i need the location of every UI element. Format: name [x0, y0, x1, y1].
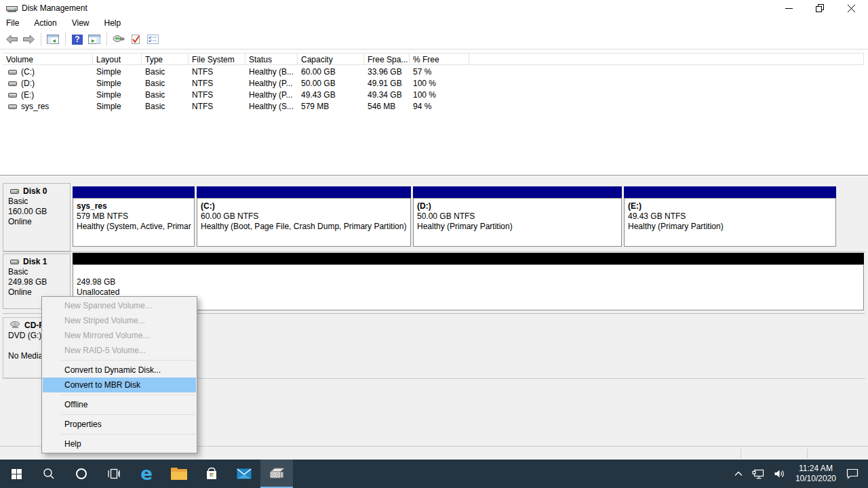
checklist-icon[interactable]	[144, 31, 161, 47]
partition-name: (C:)	[201, 201, 407, 211]
system-tray: 11:24 AM 10/10/2020	[730, 460, 868, 488]
toolbar-separator	[106, 33, 107, 46]
column-header-capacity[interactable]: Capacity	[298, 54, 364, 64]
table-row[interactable]: (D:) Simple Basic NTFS Healthy (P... 50.…	[3, 77, 864, 89]
cell-fs: NTFS	[189, 79, 245, 88]
cell-capacity: 579 MB	[298, 102, 364, 111]
close-button[interactable]	[835, 0, 867, 16]
cell-capacity: 60.00 GB	[298, 67, 364, 77]
volume-icon	[8, 92, 17, 98]
column-header-pct-free[interactable]: % Free	[410, 54, 469, 64]
menu-item-properties[interactable]: Properties	[42, 417, 197, 432]
back-arrow-icon[interactable]	[3, 31, 20, 47]
volume-icon	[8, 104, 17, 110]
unallocated-size: 249.98 GB	[77, 277, 860, 287]
tray-volume-button[interactable]	[774, 469, 785, 479]
start-button[interactable]	[0, 460, 33, 488]
help-icon[interactable]: ?	[69, 31, 85, 47]
clock-date: 10/10/2020	[795, 474, 836, 484]
unallocated-color-bar	[73, 253, 864, 264]
search-button[interactable]	[33, 460, 65, 488]
disk-name: Disk 1	[23, 257, 47, 266]
volume-name: (C:)	[21, 67, 35, 77]
partition-e[interactable]: (E:) 49.43 GB NTFS Healthy (Primary Part…	[624, 186, 836, 247]
edge-icon: e	[140, 465, 153, 483]
menu-item-help[interactable]: Help	[42, 436, 197, 451]
cell-type: Basic	[142, 79, 189, 88]
column-header-volume[interactable]: Volume	[3, 54, 93, 64]
menu-item-offline[interactable]: Offline	[42, 397, 197, 412]
menu-file[interactable]: File	[0, 16, 26, 30]
cell-fs: NTFS	[189, 90, 245, 100]
toolbar-separator	[41, 33, 41, 46]
cell-fs: NTFS	[189, 102, 245, 111]
file-explorer-icon	[171, 468, 187, 480]
column-header-file-system[interactable]: File System	[189, 54, 245, 64]
cell-free: 49.34 GB	[364, 90, 410, 100]
cell-capacity: 50.00 GB	[298, 79, 364, 88]
volume-icon	[774, 469, 785, 479]
disk0-label-panel[interactable]: Disk 0 Basic 160.00 GB Online	[3, 183, 71, 251]
restore-button[interactable]	[804, 0, 835, 16]
search-icon	[43, 468, 55, 480]
menu-view[interactable]: View	[64, 16, 97, 30]
chevron-up-icon	[734, 471, 743, 476]
cell-type: Basic	[142, 102, 189, 111]
menu-action[interactable]: Action	[26, 16, 64, 30]
menu-item-new-raid5-volume: New RAID-5 Volume...	[42, 343, 197, 358]
column-header-layout[interactable]: Layout	[93, 54, 142, 64]
table-row[interactable]: (C:) Simple Basic NTFS Healthy (B... 60.…	[3, 66, 864, 77]
start-icon	[12, 469, 22, 479]
minimize-button[interactable]	[773, 0, 804, 16]
menu-item-convert-to-mbr-disk[interactable]: Convert to MBR Disk	[43, 378, 196, 392]
window-title: Disk Management	[22, 3, 87, 13]
partition-name: (D:)	[417, 201, 618, 211]
rescan-icon[interactable]	[111, 31, 127, 47]
cell-capacity: 49.43 GB	[298, 90, 364, 100]
cd-icon	[10, 321, 20, 329]
cortana-button[interactable]	[65, 460, 98, 488]
column-header-free-space[interactable]: Free Spa...	[364, 54, 410, 64]
check-document-icon[interactable]	[127, 31, 144, 47]
partition-sys-res[interactable]: sys_res 579 MB NTFS Healthy (System, Act…	[73, 186, 195, 247]
column-header-type[interactable]: Type	[142, 54, 189, 64]
tray-chevron-button[interactable]	[734, 471, 743, 476]
disk-row-divider	[3, 251, 865, 252]
cortana-icon	[75, 468, 87, 480]
edge-button[interactable]: e	[130, 460, 163, 488]
partition-status: Healthy (Boot, Page File, Crash Dump, Pr…	[201, 222, 407, 232]
menu-bar: File Action View Help	[0, 16, 868, 30]
action-pane-icon[interactable]	[86, 31, 102, 47]
partition-d[interactable]: (D:) 50.00 GB NTFS Healthy (Primary Part…	[413, 186, 622, 247]
cell-fs: NTFS	[189, 67, 245, 77]
disk-management-icon	[268, 466, 285, 481]
column-header-status[interactable]: Status	[245, 54, 298, 64]
disk-management-taskbar-button[interactable]	[260, 460, 293, 488]
taskbar-clock[interactable]: 11:24 AM 10/10/2020	[795, 464, 836, 484]
store-button[interactable]	[195, 460, 228, 488]
partition-size: 579 MB NTFS	[77, 211, 191, 222]
column-header-filler	[469, 54, 864, 64]
partition-size: 49.43 GB NTFS	[628, 211, 832, 222]
clock-time: 11:24 AM	[795, 464, 836, 474]
file-explorer-button[interactable]	[163, 460, 195, 488]
mail-button[interactable]	[228, 460, 260, 488]
taskbar: e	[0, 460, 868, 488]
task-view-button[interactable]	[98, 460, 130, 488]
cell-pct: 94 %	[410, 102, 469, 111]
tray-network-button[interactable]	[752, 469, 764, 479]
menu-help[interactable]: Help	[97, 16, 129, 30]
mail-icon	[237, 468, 252, 479]
partition-c[interactable]: (C:) 60.00 GB NTFS Healthy (Boot, Page F…	[197, 186, 411, 247]
forward-arrow-icon[interactable]	[20, 31, 37, 47]
console-tree-icon[interactable]	[45, 31, 61, 47]
menu-item-convert-to-dynamic-disk[interactable]: Convert to Dynamic Disk...	[42, 363, 197, 378]
partition-color-bar	[413, 186, 622, 198]
cell-type: Basic	[142, 67, 189, 77]
table-row[interactable]: (E:) Simple Basic NTFS Healthy (P... 49.…	[3, 89, 864, 100]
volume-list: Volume Layout Type File System Status Ca…	[0, 50, 868, 176]
disk-management-window: Disk Management File Action View Help	[0, 0, 868, 460]
menu-item-new-spanned-volume: New Spanned Volume...	[42, 298, 197, 313]
table-row[interactable]: sys_res Simple Basic NTFS Healthy (S... …	[3, 100, 864, 112]
action-center-button[interactable]	[846, 468, 859, 479]
